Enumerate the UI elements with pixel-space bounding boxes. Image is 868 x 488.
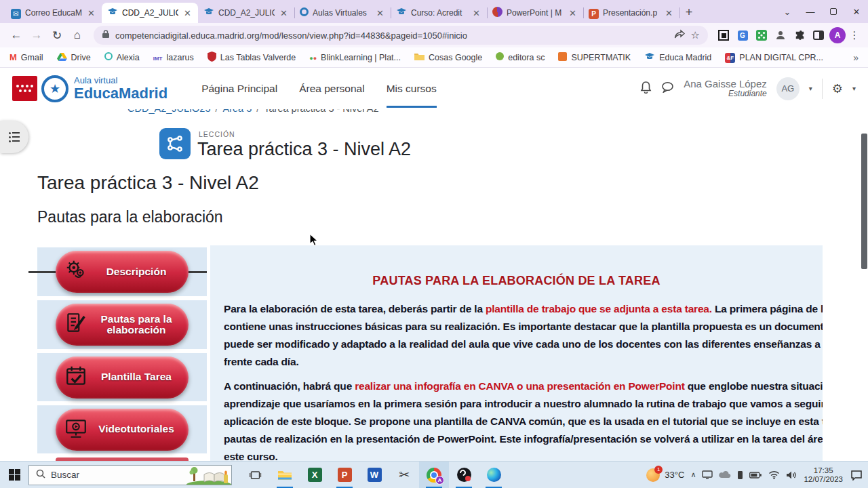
bookmark-item-10[interactable]: &FPLAN DIGITAL CPR... [725, 51, 823, 64]
bookmark-star-icon[interactable]: ☆ [691, 29, 700, 41]
nav-item-1[interactable]: Área personal [299, 68, 365, 109]
reload-icon[interactable]: ↻ [47, 26, 66, 45]
bookmark-item-4[interactable]: Las Tablas Valverde [208, 51, 296, 64]
activity-title: Tarea práctica 3 - Nivel A2 [197, 139, 411, 160]
lesson-nav-button-1[interactable]: Pautas para la elaboración [56, 304, 189, 346]
maximize-icon[interactable] [822, 0, 845, 23]
taskbar-chrome-icon[interactable]: A [419, 462, 449, 488]
share-icon[interactable] [674, 29, 686, 42]
bookmark-item-5[interactable]: ●●BlinkLearning | Plat... [309, 51, 401, 64]
address-bar[interactable]: competenciadigital.educa.madrid.org/mod/… [94, 26, 708, 45]
taskbar-powerpoint-icon[interactable]: P [330, 462, 359, 488]
clock-time: 17:35 [804, 466, 843, 475]
taskbar-word-icon[interactable]: W [359, 462, 389, 488]
lesson-nav-button-3[interactable]: Videotutoriales [56, 409, 189, 451]
scrollbar-thumb[interactable] [861, 134, 867, 269]
taskbar-search-input[interactable]: Buscar [28, 465, 232, 485]
bookmarks-overflow-icon[interactable]: » [853, 52, 859, 63]
settings-gear-icon[interactable]: ⚙ [832, 81, 843, 96]
browser-tab-3[interactable]: Aulas Virtuales✕ [294, 3, 391, 23]
browser-tab-5[interactable]: PowerPoint | M✕ [487, 3, 583, 23]
browser-menu-icon[interactable]: ⋮ [848, 29, 861, 41]
start-button[interactable] [0, 462, 28, 488]
sidebar-row: Descripción [37, 247, 207, 296]
browser-tab-1[interactable]: CDD_A2_JULIO✕ [102, 3, 198, 23]
wifi-icon[interactable] [768, 470, 780, 479]
bookmark-label: PLAN DIGITAL CPR... [739, 53, 823, 62]
paragraph-line: frente cada día. [224, 353, 823, 371]
bookmark-item-0[interactable]: MGmail [9, 51, 43, 64]
taskbar-task-view-icon[interactable] [240, 462, 270, 488]
messages-chat-icon[interactable] [661, 81, 674, 96]
tray-expand-chevron-icon[interactable]: ∧ [690, 470, 696, 479]
user-block[interactable]: Ana Gaisse López Estudiante [684, 78, 767, 99]
taskbar-file-explorer-icon[interactable] [270, 462, 300, 488]
tab-search-icon[interactable]: ⌄ [776, 0, 799, 23]
bookmark-item-8[interactable]: SUPERTMATIK [558, 51, 631, 64]
side-panel-icon[interactable] [810, 26, 827, 44]
browser-tab-4[interactable]: Curso: Acredit✕ [391, 3, 487, 23]
browser-profile-avatar[interactable]: A [829, 26, 846, 44]
display-icon[interactable] [702, 470, 713, 479]
brand[interactable]: Aula virtual EducaMadrid [74, 76, 167, 101]
bookmark-item-2[interactable]: Alexia [104, 51, 140, 64]
bookmark-item-9[interactable]: Educa Madrid [644, 51, 711, 64]
battery-icon[interactable] [749, 472, 762, 479]
settings-chevron-icon[interactable]: ▾ [852, 85, 856, 92]
bookmark-item-7[interactable]: editora sc [496, 51, 545, 64]
window-controls: ⌄ — ✕ [776, 0, 868, 23]
user-menu-chevron-icon[interactable]: ▾ [809, 85, 812, 92]
new-tab-button[interactable]: + [679, 3, 698, 22]
button-label: Plantilla Tarea [91, 371, 182, 382]
taskbar-clock[interactable]: 17:35 12/07/2023 [804, 466, 843, 484]
browser-tab-6[interactable]: PPresentación.p✕ [583, 3, 679, 23]
weather-widget[interactable]: 1 33°C [646, 468, 684, 482]
taskbar-edge-icon[interactable] [479, 462, 509, 488]
tab-close-icon[interactable]: ✕ [86, 8, 96, 18]
tab-close-icon[interactable]: ✕ [279, 8, 289, 18]
nav-item-0[interactable]: Página Principal [201, 68, 277, 109]
minimize-icon[interactable]: — [799, 0, 822, 23]
close-icon[interactable]: ✕ [845, 0, 868, 23]
lesson-nav-button-0[interactable]: Descripción [56, 251, 189, 293]
list-icon [9, 132, 20, 142]
notifications-bell-icon[interactable] [640, 81, 652, 96]
usb-device-icon[interactable] [737, 470, 743, 480]
madrid-flag-logo [12, 76, 37, 101]
browser-tab-2[interactable]: CDD_A2_JULIO✕ [198, 3, 294, 23]
bookmark-item-6[interactable]: Cosas Google [414, 51, 482, 64]
home-icon[interactable]: ⌂ [68, 26, 87, 45]
user-avatar[interactable]: AG [776, 77, 800, 100]
profile-extension-icon[interactable] [772, 26, 789, 44]
taskbar-excel-icon[interactable]: X [300, 462, 330, 488]
qr-extension-icon[interactable] [715, 26, 732, 44]
course-index-drawer-toggle[interactable] [0, 121, 28, 153]
bookmark-label: BlinkLearning | Plat... [321, 53, 401, 62]
bookmark-item-3[interactable]: IMTlazarus [153, 51, 194, 64]
taskbar-obs-icon[interactable] [449, 462, 479, 488]
user-role: Estudiante [684, 89, 767, 99]
extensions-puzzle-icon[interactable] [791, 26, 808, 44]
tab-close-icon[interactable]: ✕ [375, 8, 385, 18]
bookmark-item-1[interactable]: Drive [57, 51, 91, 64]
browser-tab-0[interactable]: ✉Correo EducaM✕ [5, 3, 102, 23]
mouse-cursor [309, 233, 319, 250]
tab-close-icon[interactable]: ✕ [471, 8, 481, 18]
tab-close-icon[interactable]: ✕ [664, 8, 674, 18]
tab-close-icon[interactable]: ✕ [568, 8, 578, 18]
action-center-icon[interactable] [850, 470, 863, 481]
onedrive-cloud-icon[interactable] [719, 471, 731, 479]
back-icon[interactable]: ← [7, 26, 26, 45]
forward-icon[interactable]: → [27, 26, 46, 45]
calendar-check-icon [64, 364, 88, 391]
speaker-icon[interactable] [786, 470, 797, 480]
taskbar-snipping-icon[interactable]: ✂ [389, 462, 419, 488]
button-label: Pautas para la elaboración [91, 314, 182, 336]
translate-extension-icon[interactable]: G [734, 26, 751, 44]
search-icon [36, 469, 45, 481]
lesson-nav-button-2[interactable]: Plantilla Tarea [56, 357, 189, 399]
gears-brain-icon [64, 258, 88, 285]
dice-extension-icon[interactable] [753, 26, 770, 44]
nav-item-2[interactable]: Mis cursos [387, 68, 437, 109]
tab-close-icon[interactable]: ✕ [182, 8, 193, 18]
